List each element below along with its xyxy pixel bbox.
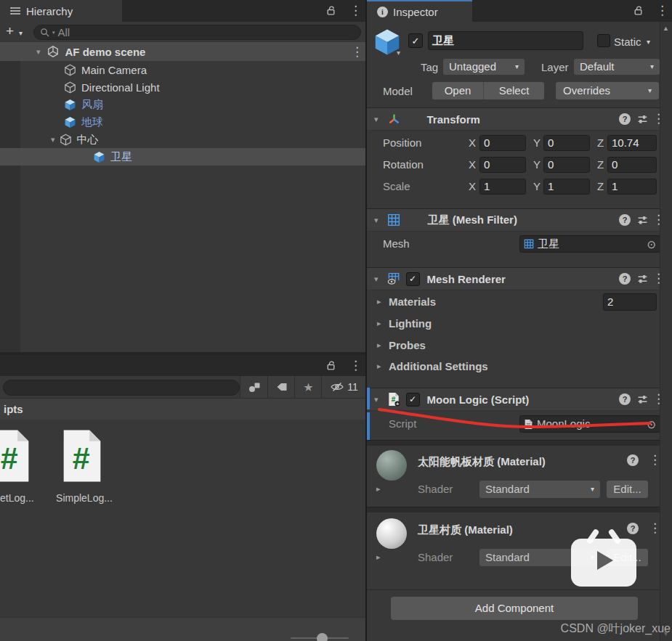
- hierarchy-search-input[interactable]: ▾ All: [33, 25, 361, 40]
- search-by-label-button[interactable]: [267, 376, 295, 398]
- position-y-field[interactable]: 0: [543, 135, 590, 151]
- presets-icon[interactable]: [637, 215, 648, 226]
- type-filter-icon: [248, 382, 261, 393]
- script-object-field[interactable]: MoonLogic ⊙: [519, 415, 660, 433]
- help-icon[interactable]: ?: [619, 273, 631, 285]
- help-icon[interactable]: ?: [619, 113, 631, 125]
- hierarchy-menu-kebab[interactable]: ⋮: [349, 4, 362, 17]
- gameobject-name-field[interactable]: 卫星: [428, 31, 583, 50]
- help-icon[interactable]: ?: [627, 454, 639, 466]
- transform-header[interactable]: ▾ Transform ? ⋮: [367, 107, 672, 131]
- hierarchy-item-fan[interactable]: 风扇: [0, 96, 365, 113]
- probes-foldout-icon[interactable]: ▸: [377, 341, 381, 349]
- search-by-type-button[interactable]: [240, 376, 268, 398]
- hierarchy-item-earth[interactable]: 地球: [0, 113, 365, 131]
- prefab-cube-icon: [64, 99, 76, 111]
- materials-foldout-icon[interactable]: ▸: [377, 298, 381, 306]
- scale-y-field[interactable]: 1: [543, 179, 590, 195]
- static-caret-icon[interactable]: ▾: [647, 38, 650, 46]
- project-search-input[interactable]: [3, 380, 240, 396]
- additional-settings-foldout-icon[interactable]: ▸: [377, 362, 381, 370]
- mesh-renderer-foldout-icon[interactable]: ▾: [374, 275, 378, 283]
- static-checkbox[interactable]: [597, 34, 610, 47]
- project-lock-icon[interactable]: [325, 360, 336, 371]
- lighting-foldout-icon[interactable]: ▸: [377, 319, 381, 327]
- thumbnail-size-slider-knob[interactable]: [317, 633, 328, 641]
- tab-inspector[interactable]: i Inspector: [367, 0, 472, 22]
- material-title: 卫星村质 (Material): [418, 523, 513, 537]
- moon-logic-checkbox[interactable]: ✓: [406, 393, 420, 407]
- hierarchy-item-label: Main Camera: [81, 64, 147, 76]
- csharp-script-asset-icon[interactable]: #: [0, 428, 33, 483]
- scale-z-field[interactable]: 1: [607, 179, 657, 195]
- inspector-menu-kebab[interactable]: ⋮: [656, 4, 668, 17]
- model-open-button[interactable]: Open: [432, 82, 484, 99]
- active-checkbox[interactable]: ✓: [408, 33, 423, 48]
- object-picker-icon[interactable]: ⊙: [647, 239, 656, 250]
- material-foldout-icon[interactable]: ▸: [376, 485, 381, 493]
- csharp-script-asset-icon[interactable]: #: [60, 428, 105, 483]
- svg-text:#: #: [73, 441, 90, 475]
- model-select-button[interactable]: Select: [484, 82, 544, 99]
- material-foldout-icon[interactable]: ▸: [376, 553, 381, 561]
- scene-foldout-icon[interactable]: ▾: [36, 48, 41, 56]
- help-icon[interactable]: ?: [619, 214, 631, 226]
- axis-x-label: X: [469, 180, 476, 192]
- transform-foldout-icon[interactable]: ▾: [374, 115, 378, 123]
- hierarchy-item-satellite-selected[interactable]: 卫星: [0, 148, 365, 166]
- rotation-z-field[interactable]: 0: [607, 157, 657, 173]
- axis-x-label: X: [469, 158, 476, 171]
- mesh-renderer-checkbox[interactable]: ✓: [406, 272, 420, 286]
- rotation-x-field[interactable]: 0: [479, 157, 526, 173]
- inspector-scrollbar[interactable]: ▲ ▼: [660, 22, 672, 641]
- scale-x-field[interactable]: 1: [479, 179, 526, 195]
- mesh-filter-header[interactable]: ▾ 卫星 (Mesh Filter) ? ⋮: [367, 208, 672, 232]
- help-icon[interactable]: ?: [619, 393, 631, 405]
- mesh-renderer-icon: [387, 272, 400, 285]
- materials-count-field[interactable]: 2: [603, 293, 657, 311]
- moon-logic-header[interactable]: ▾ #+ ✓ Moon Logic (Script) ? ⋮: [367, 388, 672, 411]
- hierarchy-item-main-camera[interactable]: Main Camera: [0, 61, 365, 78]
- asset-label[interactable]: etLog...: [0, 492, 34, 504]
- scene-kebab-icon[interactable]: ⋮: [351, 46, 363, 58]
- prefab-icon-caret[interactable]: ▾: [397, 49, 400, 57]
- model-overrides-dropdown[interactable]: Overrides▾: [556, 82, 659, 99]
- presets-icon[interactable]: [637, 114, 648, 125]
- mesh-object-field[interactable]: 卫星 ⊙: [519, 235, 660, 253]
- mesh-filter-foldout-icon[interactable]: ▾: [374, 216, 378, 224]
- axis-z-label: Z: [597, 180, 604, 192]
- hierarchy-item-label: Directional Light: [81, 81, 160, 94]
- hierarchy-item-directional-light[interactable]: Directional Light: [0, 78, 365, 96]
- project-menu-kebab[interactable]: ⋮: [349, 359, 362, 372]
- asset-label[interactable]: SimpleLog...: [48, 492, 121, 504]
- position-x-field[interactable]: 0: [479, 135, 526, 151]
- mesh-label: Mesh: [383, 237, 410, 250]
- add-component-button[interactable]: Add Component: [391, 597, 638, 620]
- shader-dropdown[interactable]: Standard▾: [479, 481, 600, 498]
- hierarchy-lock-icon[interactable]: [325, 5, 336, 16]
- tag-dropdown[interactable]: Untagged▾: [443, 59, 525, 75]
- presets-icon[interactable]: [637, 274, 648, 285]
- object-picker-icon[interactable]: ⊙: [647, 419, 656, 430]
- layer-dropdown[interactable]: Default▾: [574, 59, 660, 75]
- project-toolbar: ★ 11: [0, 376, 365, 399]
- hidden-items-button[interactable]: 11: [321, 376, 365, 398]
- moon-logic-foldout-icon[interactable]: ▾: [374, 396, 378, 404]
- create-object-caret-icon[interactable]: ▾: [19, 30, 23, 37]
- tab-hierarchy[interactable]: Hierarchy: [0, 0, 122, 22]
- mesh-renderer-header[interactable]: ▾ ✓ Mesh Renderer ? ⋮: [367, 267, 672, 290]
- hierarchy-item-center[interactable]: ▾ 中心: [0, 131, 365, 148]
- scene-header-row[interactable]: ▾ AF demo scene ⋮: [0, 42, 365, 61]
- create-object-button[interactable]: +: [6, 23, 14, 39]
- presets-icon[interactable]: [637, 394, 648, 405]
- foldout-open-icon[interactable]: ▾: [51, 136, 55, 144]
- inspector-lock-icon[interactable]: [633, 5, 644, 16]
- material-preview-sphere[interactable]: [376, 518, 407, 549]
- shader-edit-button[interactable]: Edit...: [607, 481, 648, 498]
- material-preview-sphere[interactable]: [376, 450, 407, 481]
- scroll-up-arrow-icon[interactable]: ▲: [663, 25, 669, 32]
- favorites-button[interactable]: ★: [294, 376, 322, 398]
- video-play-overlay[interactable]: [571, 527, 638, 587]
- position-z-field[interactable]: 10.74: [607, 135, 657, 151]
- rotation-y-field[interactable]: 0: [543, 157, 590, 173]
